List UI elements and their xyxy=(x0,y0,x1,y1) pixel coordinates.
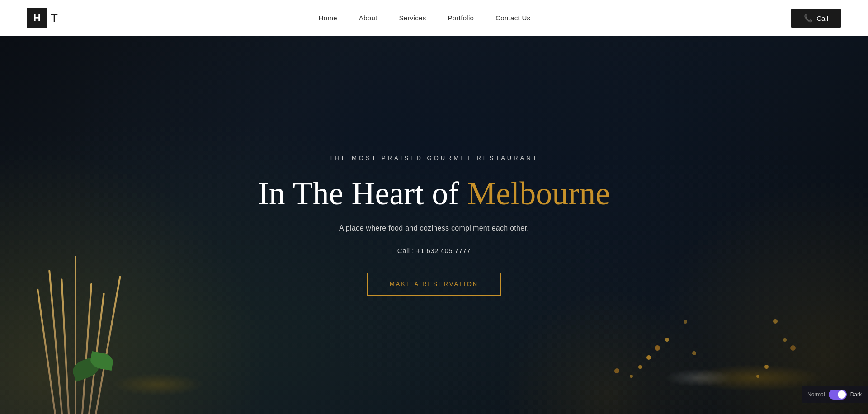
hero-section: THE MOST PRAISED GOURMET RESTAURANT In T… xyxy=(0,36,868,414)
hero-content: THE MOST PRAISED GOURMET RESTAURANT In T… xyxy=(240,155,628,296)
hero-title: In The Heart of Melbourne xyxy=(258,176,610,212)
toggle-dark-label: Dark xyxy=(850,391,862,398)
hero-title-highlight: Melbourne xyxy=(467,175,610,212)
reservation-button[interactable]: MAKE A RESERVATION xyxy=(367,273,501,296)
nav-item-home[interactable]: Home xyxy=(319,14,337,22)
logo-h: H xyxy=(27,8,47,28)
white-spice xyxy=(665,369,732,387)
toggle-knob xyxy=(838,390,846,399)
theme-toggle-switch[interactable] xyxy=(829,390,847,400)
logo-t: T xyxy=(51,11,58,25)
hero-description: A place where food and coziness complime… xyxy=(258,224,610,232)
nav-item-contact[interactable]: Contact Us xyxy=(495,14,530,22)
call-button[interactable]: 📞 Call xyxy=(791,9,841,28)
theme-toggle[interactable]: Normal Dark xyxy=(802,386,868,403)
nav-item-portfolio[interactable]: Portfolio xyxy=(448,14,474,22)
hero-subtitle: THE MOST PRAISED GOURMET RESTAURANT xyxy=(258,155,610,161)
logo[interactable]: H T xyxy=(27,8,58,28)
hero-phone: Call : +1 632 405 7777 xyxy=(258,247,610,254)
navbar: H T Home About Services Portfolio Contac… xyxy=(0,0,868,36)
nav-item-about[interactable]: About xyxy=(359,14,377,22)
nav-links: Home About Services Portfolio Contact Us xyxy=(319,14,531,22)
nav-item-services[interactable]: Services xyxy=(399,14,426,22)
spice-dust-left xyxy=(113,373,203,396)
phone-icon: 📞 xyxy=(804,14,813,23)
toggle-normal-label: Normal xyxy=(807,391,825,398)
